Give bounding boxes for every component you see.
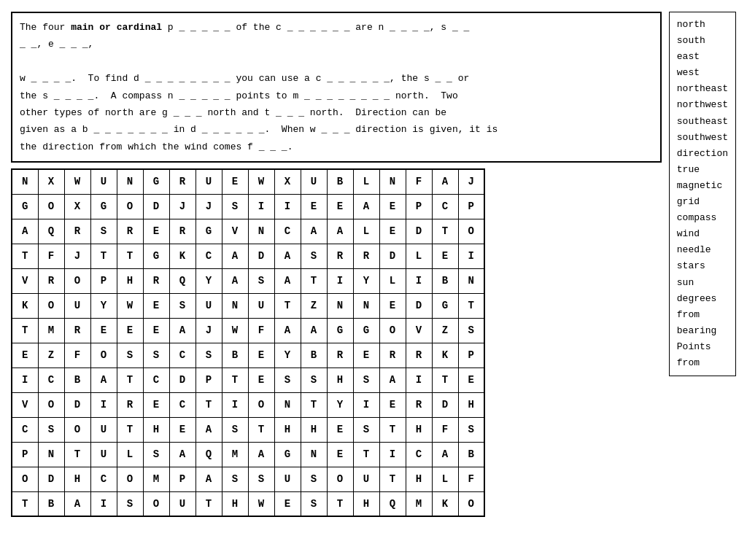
cell-3-6: K [169,244,196,268]
cell-8-13: S [353,368,379,392]
cell-9-4: R [117,392,143,417]
cell-13-12: T [327,491,353,516]
cell-11-7: Q [196,442,222,467]
cell-5-13: N [353,293,379,318]
cell-3-4: T [117,244,143,268]
cell-9-13: I [353,392,379,417]
word-item-17: degrees [677,291,728,307]
cell-9-10: N [274,392,301,417]
cell-4-15: I [406,268,432,293]
cell-12-15: H [406,467,432,491]
word-list: northsoutheastwestnortheastnorthwestsout… [669,12,736,376]
cell-6-7: J [196,318,222,343]
word-item-21: from [677,355,728,371]
cell-8-11: S [301,368,327,392]
cell-4-1: R [38,268,64,293]
cell-4-14: L [379,268,406,293]
cell-7-9: E [248,343,274,368]
cell-11-16: A [432,442,458,467]
cell-2-14: E [379,219,406,244]
cell-0-0: N [12,169,38,194]
cell-12-8: S [222,467,248,491]
word-item-3: west [677,65,728,81]
cell-5-5: E [143,293,169,318]
cell-10-7: A [196,417,222,442]
cell-4-2: O [64,268,90,293]
cell-7-3: O [90,343,117,368]
cell-8-8: T [222,368,248,392]
cell-7-17: P [458,343,484,368]
cell-1-17: P [458,194,484,219]
cell-11-6: A [169,442,196,467]
cell-4-13: Y [353,268,379,293]
cell-2-7: G [196,219,222,244]
cell-3-16: E [432,244,458,268]
cell-1-2: X [64,194,90,219]
word-item-10: magnetic [677,178,728,194]
cell-1-15: P [406,194,432,219]
word-item-7: southwest [677,130,728,146]
cell-8-2: B [64,368,90,392]
cell-8-12: H [327,368,353,392]
cell-7-1: Z [38,343,64,368]
cell-2-17: O [458,219,484,244]
main-content: The four main or cardinal p _ _ _ _ _ of… [11,12,736,517]
cell-2-2: R [64,219,90,244]
cell-6-0: T [12,318,38,343]
word-item-13: wind [677,226,728,242]
cell-12-0: O [12,467,38,491]
cell-8-0: I [12,368,38,392]
cell-3-11: S [301,244,327,268]
cell-6-9: F [248,318,274,343]
word-item-19: bearing [677,323,728,339]
cell-9-0: V [12,392,38,417]
cell-1-16: C [432,194,458,219]
word-item-12: compass [677,210,728,226]
cell-10-14: T [379,417,406,442]
cell-13-2: A [64,491,90,516]
cell-10-4: T [117,417,143,442]
cell-9-2: D [64,392,90,417]
cell-6-4: E [117,318,143,343]
cell-1-12: E [327,194,353,219]
word-item-20: Points [677,339,728,355]
cell-6-3: E [90,318,117,343]
cell-5-2: U [64,293,90,318]
cell-2-16: T [432,219,458,244]
cell-8-17: E [458,368,484,392]
cell-10-17: S [458,417,484,442]
cell-3-17: I [458,244,484,268]
cell-11-10: G [274,442,301,467]
cell-6-6: A [169,318,196,343]
cell-9-12: Y [327,392,353,417]
cell-10-3: U [90,417,117,442]
cell-3-5: G [143,244,169,268]
cell-5-15: D [406,293,432,318]
cell-10-11: H [301,417,327,442]
cell-11-8: M [222,442,248,467]
cell-2-5: E [143,219,169,244]
cell-2-6: R [169,219,196,244]
cell-1-5: D [143,194,169,219]
word-item-0: north [677,17,728,33]
cell-13-1: B [38,491,64,516]
cell-2-3: S [90,219,117,244]
cell-10-1: S [38,417,64,442]
cell-0-15: F [406,169,432,194]
word-item-11: grid [677,194,728,210]
cell-12-1: D [38,467,64,491]
cell-3-15: L [406,244,432,268]
cell-11-13: T [353,442,379,467]
cell-12-4: O [117,467,143,491]
cell-11-12: E [327,442,353,467]
cell-5-14: E [379,293,406,318]
cell-10-13: S [353,417,379,442]
cell-6-10: A [274,318,301,343]
cell-5-4: W [117,293,143,318]
cell-13-15: M [406,491,432,516]
cell-10-5: H [143,417,169,442]
cell-2-11: A [301,219,327,244]
cell-7-14: R [379,343,406,368]
cell-13-7: T [196,491,222,516]
cell-5-1: O [38,293,64,318]
